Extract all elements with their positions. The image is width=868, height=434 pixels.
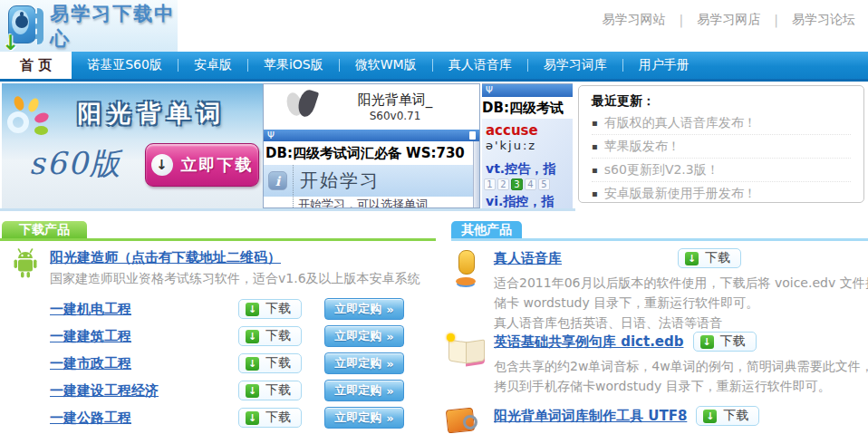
download-icon: ↓ [246, 330, 259, 343]
download-label: 下载 [265, 328, 291, 344]
product-title-link[interactable]: 阳光背单词词库制作工具 UTF8 [494, 408, 687, 425]
product-description-line: 拷贝到手机存储卡wordstudy 目录下，重新运行软件即可。 [494, 376, 868, 396]
battery-icon [469, 131, 476, 140]
order-button[interactable]: 立即定购 » [324, 407, 404, 429]
other-product: 阳光背单词词库制作工具 UTF8 ↓ 下载 [441, 406, 868, 426]
top-link-forum[interactable]: 易学习论坛 [792, 12, 855, 28]
bullet-icon: ▪ [592, 189, 598, 198]
top-link-website[interactable]: 易学习网站 [603, 12, 666, 28]
nav-tab-home[interactable]: 首 页 [0, 52, 72, 79]
item-link[interactable]: 一建公路工程 [50, 410, 238, 427]
item-link[interactable]: 一建建筑工程 [50, 328, 238, 345]
download-button[interactable]: ↓ 下载 [696, 406, 759, 426]
download-button[interactable]: ↓ 下载 [238, 381, 302, 400]
phone-status-bar: Ψ [264, 130, 479, 141]
recent-updates-title: 最近更新： [592, 93, 851, 110]
sense-vi: vi.指控，指 [486, 194, 554, 208]
nav-tab-ios[interactable]: 苹果iOS版 [248, 52, 339, 79]
other-product: 真人语音库 ↓ 下载 适合2011年06月以后版本的软件使用，下载后将 voic… [441, 248, 868, 333]
apple-icon [15, 15, 28, 28]
download-row: 一建市政工程 ↓ 下载 立即定购 » [0, 350, 439, 377]
nav-tab-android[interactable]: 安卓版 [178, 52, 247, 79]
download-button[interactable]: ↓ 下载 [238, 326, 302, 346]
order-button[interactable]: 立即定购 » [324, 380, 404, 401]
download-icon: ↓ [246, 411, 259, 425]
download-row: 一建公路工程 ↓ 下载 立即定购 » [0, 404, 439, 431]
download-button[interactable]: ↓ 下载 [238, 408, 302, 428]
page-number: 5 [538, 178, 550, 190]
order-label: 立即定购 [334, 355, 381, 371]
nav-tab-wm[interactable]: 微软WM版 [340, 52, 432, 79]
site-logo[interactable]: ↓ 易学习下载中心 [0, 0, 178, 52]
item-link[interactable]: 一建市政工程 [50, 355, 238, 372]
nav-tab-nokia-s60[interactable]: 诺基亚S60版 [72, 52, 178, 79]
download-circle-icon: ↓ [151, 154, 173, 176]
download-button[interactable]: ↓ 下载 [238, 299, 302, 319]
flower-logo-icon [4, 96, 51, 143]
download-row: 一建建设工程经济 ↓ 下载 立即定购 » [0, 377, 439, 404]
top-link-shop[interactable]: 易学习网店 [697, 12, 760, 28]
banner-download-button[interactable]: ↓ 立即下载 [145, 143, 259, 187]
other-product: 英语基础共享例句库 dict.edb ↓ 下载 包含共享的约2w单词音标，4w单… [441, 332, 868, 416]
order-button[interactable]: 立即定购 » [324, 298, 404, 320]
update-text: 苹果版发布！ [604, 139, 680, 155]
chevron-right-icon: » [386, 384, 393, 398]
hero-row: 阳光背单词 s60版 ↓ 立即下载 阳光背单词_ S60v0.71 Ψ DB:四… [0, 83, 868, 212]
product-description: 国家建造师职业资格考试练习软件，适合v1.6及以上版本安卓系统 [50, 271, 439, 287]
download-label: 下载 [723, 408, 748, 424]
item-link[interactable]: 一建建设工程经济 [50, 382, 238, 400]
download-row: 一建建筑工程 ↓ 下载 立即定购 » [0, 323, 439, 350]
page-number: 4 [525, 178, 536, 190]
antenna-icon: Ψ [486, 86, 493, 95]
nav-tab-voice-library[interactable]: 真人语音库 [433, 52, 527, 79]
order-label: 立即定购 [334, 410, 381, 426]
download-label: 下载 [265, 382, 291, 399]
download-list: 一建机电工程 ↓ 下载 立即定购 » 一建建筑工程 ↓ 下载 立即定购 [0, 295, 439, 431]
download-label: 下载 [265, 355, 291, 371]
update-text: 有版权的真人语音库发布！ [604, 115, 757, 131]
top-link-separator: | [680, 13, 684, 27]
update-item: ▪ s60更新到V2.3版！ [592, 159, 851, 182]
download-icon: ↓ [246, 357, 259, 371]
scrollbar [473, 141, 479, 208]
tool-book-icon [445, 406, 481, 433]
app-name: 阳光背单词_ [323, 92, 467, 109]
download-button[interactable]: ↓ 下载 [693, 332, 757, 352]
section-tab-downloads[interactable]: 下载产品 [2, 221, 87, 238]
product-title-link[interactable]: 真人语音库 [494, 250, 562, 267]
download-button[interactable]: ↓ 下载 [238, 353, 302, 373]
product-title-link[interactable]: 英语基础共享例句库 dict.edb [494, 333, 684, 351]
headword: accuse [486, 122, 538, 139]
nav-tab-word-library[interactable]: 易学习词库 [528, 52, 622, 79]
app-version: S60v0.71 [323, 110, 467, 122]
nav-tab-manual[interactable]: 用户手册 [623, 52, 705, 79]
download-icon: ↓ [703, 410, 717, 423]
downloads-column: 阳光建造师（点击有下载地址二维码） 国家建造师职业资格考试练习软件，适合v1.6… [0, 245, 439, 431]
bullet-icon: ▪ [592, 166, 598, 175]
bullet-icon: ▪ [592, 119, 598, 128]
phone-screenshot-2: Ψ DB:四级考试 accuse ə'kju:z vt.控告，指 1 2 3 4… [482, 83, 573, 208]
update-item: ▪ 有版权的真人语音库发布！ [592, 111, 851, 135]
order-label: 立即定购 [334, 382, 381, 399]
menu-selected-row: i 开始学习 [264, 165, 479, 197]
item-link[interactable]: 一建机电工程 [50, 301, 238, 318]
page-number: 1 [484, 178, 496, 190]
android-robot-icon [9, 248, 42, 279]
download-button[interactable]: ↓ 下载 [678, 248, 741, 268]
download-row: 一建机电工程 ↓ 下载 立即定购 » [0, 295, 439, 323]
download-icon: ↓ [246, 303, 259, 316]
page: ↓ 易学习下载中心 易学习网站 | 易学习网店 | 易学习论坛 首 页 诺基亚S… [0, 0, 868, 434]
product-description-line: 包含共享的约2w单词音标，4w单词的例句，简明词典需要此文件，下 [494, 356, 868, 376]
download-label: 下载 [720, 333, 746, 350]
other-products-column: 真人语音库 ↓ 下载 适合2011年06月以后版本的软件使用，下载后将 voic… [441, 245, 868, 434]
order-button[interactable]: 立即定购 » [324, 325, 404, 347]
menu-item-label: 开始学习 [300, 169, 380, 193]
order-button[interactable]: 立即定购 » [324, 352, 404, 374]
product-description-line: 真人语音库包括英语、日语、法语等语音 [494, 313, 868, 333]
product-title-link[interactable]: 阳光建造师（点击有下载地址二维码） [50, 249, 281, 266]
chevron-right-icon: » [386, 357, 393, 371]
section-tab-other-products[interactable]: 其他产品 [451, 221, 522, 238]
section-underline-green [0, 238, 436, 241]
download-icon: ↓ [685, 252, 699, 265]
db-status-line: DB:四级考试词汇必备 WS:730 [264, 141, 479, 165]
